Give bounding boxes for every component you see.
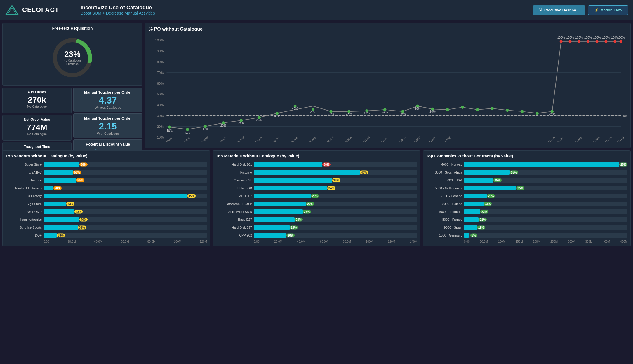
bar-fill: 40% bbox=[44, 217, 79, 222]
bar-row: MDH 90729% bbox=[216, 193, 417, 199]
svg-text:23%: 23% bbox=[310, 111, 316, 114]
bar-row: 3000 - South Africa25% bbox=[426, 169, 627, 176]
bar-fill: 45% bbox=[44, 194, 187, 198]
svg-point-58 bbox=[613, 40, 616, 43]
bar-label: Giga Store bbox=[6, 202, 44, 206]
bar-wrap: 38% bbox=[254, 178, 417, 183]
bar-badge: 23% bbox=[487, 194, 495, 198]
vendors-title: Top Vendors Without Catalogue (by value) bbox=[6, 154, 207, 158]
bar-wrap: 23% bbox=[464, 202, 627, 206]
svg-point-52 bbox=[560, 40, 563, 43]
bar-label: 5000 - Netherlands bbox=[426, 186, 464, 190]
bar-fill: 55% bbox=[44, 178, 76, 183]
bar-row: Surprise Sports39% bbox=[6, 224, 207, 231]
bar-label: Fun SE bbox=[6, 178, 44, 182]
bar-row: 2000 - Poland23% bbox=[426, 201, 627, 207]
bar-badge: 45% bbox=[187, 194, 196, 198]
svg-text:100%: 100% bbox=[617, 36, 625, 39]
bar-badge: 56% bbox=[73, 171, 81, 174]
bar-row: 6000 - USA25% bbox=[426, 177, 627, 183]
bar-badge: 25% bbox=[516, 186, 524, 190]
svg-text:100%: 100% bbox=[602, 36, 610, 39]
svg-text:20-Nov: 20-Nov bbox=[344, 136, 352, 142]
bar-badge: 34% bbox=[327, 186, 335, 190]
svg-text:26%: 26% bbox=[400, 112, 406, 116]
bar-wrap: 56% bbox=[44, 170, 207, 175]
svg-text:21-Jun: 21-Jun bbox=[547, 136, 555, 142]
bar-label: 9000 - Spain bbox=[426, 226, 464, 229]
svg-point-46 bbox=[476, 108, 479, 111]
po-items-card: # PO Items 270k No Catalogue bbox=[2, 88, 72, 113]
bar-badge: 58% bbox=[79, 163, 88, 167]
net-order-title: Net Order Value bbox=[5, 118, 69, 122]
bar-row: CPP 90220% bbox=[216, 232, 417, 239]
bar-row: Helix BDB34% bbox=[216, 185, 417, 191]
bar-badge: 40% bbox=[79, 218, 88, 222]
svg-point-50 bbox=[536, 112, 539, 115]
bar-badge: 38% bbox=[57, 234, 65, 237]
po-items-value: 270k bbox=[5, 95, 69, 105]
bar-fill: 27% bbox=[254, 209, 303, 214]
discount-title: Potential Discount Value bbox=[76, 142, 140, 146]
svg-text:30%: 30% bbox=[274, 114, 280, 118]
manual2-value: 2.15 bbox=[76, 121, 140, 132]
svg-point-44 bbox=[446, 108, 449, 111]
svg-text:23%: 23% bbox=[346, 112, 352, 116]
bar-fill: 23% bbox=[254, 225, 290, 230]
svg-text:20-Jun: 20-Jun bbox=[255, 136, 262, 142]
bar-label: 8000 - France bbox=[426, 218, 464, 221]
svg-marker-0 bbox=[6, 6, 18, 14]
donut-chart: 23% No Catalogue Purchase bbox=[51, 36, 94, 80]
svg-text:23%: 23% bbox=[220, 124, 226, 127]
bar-wrap: 27% bbox=[254, 202, 417, 206]
bar-wrap: 45% bbox=[44, 194, 207, 198]
action-flow-button[interactable]: ⚡ Action Flow bbox=[588, 5, 628, 15]
svg-text:20-Jul: 20-Jul bbox=[273, 136, 280, 142]
bar-row: 9000 - Spain19% bbox=[426, 224, 627, 231]
svg-text:20-Feb: 20-Feb bbox=[183, 136, 191, 142]
bar-wrap: 43% bbox=[254, 170, 417, 175]
svg-text:19%: 19% bbox=[364, 112, 370, 115]
bar-wrap: 19% bbox=[464, 225, 627, 230]
bar-label: NS COMP bbox=[6, 210, 44, 214]
svg-text:24%: 24% bbox=[382, 111, 388, 114]
bar-label: Flatscreen LE 50 P bbox=[216, 202, 254, 206]
bar-fill: 21% bbox=[464, 217, 479, 222]
svg-text:20-Oct: 20-Oct bbox=[326, 136, 334, 142]
bar-fill: 19% bbox=[464, 225, 477, 230]
bar-wrap: 40% bbox=[44, 217, 207, 222]
svg-text:100%: 100% bbox=[566, 36, 574, 39]
bar-label: EU Factory bbox=[6, 194, 44, 198]
bar-fill: 56% bbox=[44, 170, 73, 175]
svg-text:20-Mar: 20-Mar bbox=[201, 136, 209, 142]
manual2-sub: With Catalogue bbox=[76, 132, 140, 135]
po-chart-card: % PO without Catalogue 100% 90% bbox=[145, 23, 631, 148]
svg-text:22-Aug: 22-Aug bbox=[616, 136, 624, 142]
svg-point-47 bbox=[491, 107, 494, 110]
bar-row: 8000 - France21% bbox=[426, 216, 627, 223]
svg-text:100%: 100% bbox=[575, 36, 583, 39]
bar-wrap: 55% bbox=[44, 178, 207, 183]
vendors-bars: Super Store58%USA INC56%Fun SE55%Nimble … bbox=[6, 161, 207, 239]
bar-badge: 20% bbox=[286, 234, 295, 237]
svg-text:20-Dec: 20-Dec bbox=[362, 136, 370, 142]
po-chart-title: % PO without Catalogue bbox=[149, 27, 627, 32]
svg-point-48 bbox=[506, 109, 509, 112]
bar-wrap: 39% bbox=[44, 225, 207, 230]
bar-badge: 50% bbox=[53, 186, 62, 190]
bar-row: USA INC56% bbox=[6, 169, 207, 176]
bar-fill: 27% bbox=[254, 202, 306, 206]
svg-text:40%: 40% bbox=[157, 103, 164, 107]
bar-label: Super Store bbox=[6, 163, 44, 166]
executive-dashboard-button[interactable]: ⇲ Executive Dashbo... bbox=[533, 5, 585, 15]
bar-wrap: 43% bbox=[44, 202, 207, 206]
svg-text:20-Aug: 20-Aug bbox=[290, 136, 298, 142]
bar-badge: 23% bbox=[484, 202, 492, 206]
bar-row: Super Store58% bbox=[6, 161, 207, 168]
bar-fill: 25% bbox=[464, 178, 493, 183]
bar-row: 10000 - Portugal22% bbox=[426, 209, 627, 215]
bar-row: Base E2723% bbox=[216, 216, 417, 223]
header-title: Incentivize Use of Catalogue Boost SUM +… bbox=[81, 5, 533, 15]
bar-wrap: 34% bbox=[254, 186, 417, 190]
bar-wrap: 25% bbox=[464, 162, 627, 167]
